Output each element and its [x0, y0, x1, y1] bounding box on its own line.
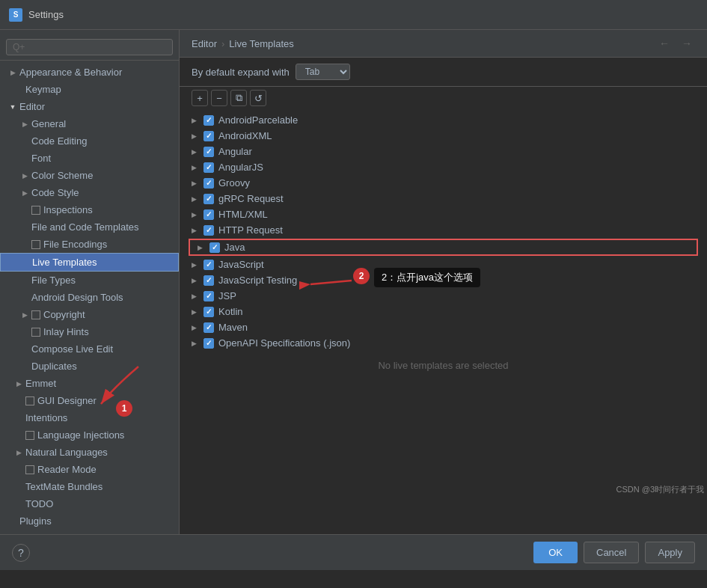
checkbox-javascripttesting[interactable]: ✓ [203, 275, 214, 286]
chevron-fileencodings [21, 241, 28, 248]
template-name-kotlin: Kotlin [218, 306, 243, 317]
chevron-languageinjections [15, 432, 22, 439]
chevron-emmet: ▶ [15, 380, 22, 388]
title-bar: S Settings [0, 0, 707, 30]
sidebar-item-label-colorscheme: Color Scheme [31, 170, 93, 181]
undo-button[interactable]: ↺ [250, 90, 266, 106]
sidebar-item-editor[interactable]: ▼Editor [0, 98, 179, 115]
template-group-java[interactable]: ▶✓Java [189, 239, 698, 256]
ok-button[interactable]: OK [533, 542, 578, 563]
template-group-groovy[interactable]: ▶✓Groovy [180, 175, 707, 191]
copy-button[interactable]: ⧉ [230, 90, 247, 106]
sidebar-item-intentions[interactable]: Intentions [0, 409, 179, 426]
template-name-groovy: Groovy [218, 177, 250, 189]
checkbox-jsp[interactable]: ✓ [203, 291, 214, 301]
search-input[interactable] [6, 39, 173, 55]
cancel-button[interactable]: Cancel [584, 542, 639, 563]
chevron-livetemplates [22, 259, 29, 266]
group-chevron-grpc: ▶ [192, 195, 199, 203]
group-chevron-maven: ▶ [192, 324, 199, 331]
sidebar-item-livetemplates[interactable]: Live Templates [0, 253, 179, 272]
sidebar-item-plugins[interactable]: Plugins [0, 512, 179, 530]
sidebar-item-languageinjections[interactable]: Language Injections [0, 426, 179, 444]
title-bar-text: Settings [28, 9, 64, 20]
sidebar-item-label-languageinjections: Language Injections [37, 429, 124, 441]
chevron-textmatebundles [15, 483, 22, 491]
checkbox-maven[interactable]: ✓ [203, 322, 214, 333]
sidebar-item-fileencodings[interactable]: File Encodings [0, 236, 179, 253]
sidebar-item-naturallanguages[interactable]: ▶Natural Languages [0, 444, 179, 461]
sidebar-item-appearance[interactable]: ▶Appearance & Behavior [0, 64, 179, 81]
status-text: No live templates are selected [378, 360, 508, 371]
checkbox-htmlxml[interactable]: ✓ [203, 209, 214, 220]
checkbox-httprequest[interactable]: ✓ [203, 225, 214, 236]
template-group-jsp[interactable]: ▶✓JSP [180, 288, 707, 304]
icon-readermode [25, 465, 34, 474]
add-button[interactable]: + [192, 90, 208, 106]
chevron-composeedit [21, 346, 28, 353]
template-group-androidparcelable[interactable]: ▶✓AndroidParcelable [180, 112, 707, 128]
back-button[interactable]: ← [656, 36, 673, 51]
csdn-watermark: CSDN @3时间行者于我 [616, 484, 704, 495]
checkbox-kotlin[interactable]: ✓ [203, 307, 214, 317]
checkbox-androidparcelable[interactable]: ✓ [203, 115, 214, 126]
sidebar-item-filetypes[interactable]: File Types [0, 272, 179, 289]
template-group-openapi[interactable]: ▶✓OpenAPI Specifications (.json) [180, 335, 707, 351]
sidebar-item-androiddesigntools[interactable]: Android Design Tools [0, 289, 179, 306]
forward-button[interactable]: → [679, 36, 695, 51]
sidebar-item-codestyle[interactable]: ▶Code Style [0, 184, 179, 201]
sidebar-item-label-codeediting: Code Editing [31, 135, 87, 147]
checkbox-angular[interactable]: ✓ [203, 147, 214, 157]
sidebar-item-general[interactable]: ▶General [0, 115, 179, 132]
sidebar-item-colorscheme[interactable]: ▶Color Scheme [0, 167, 179, 184]
group-chevron-androidxml: ▶ [192, 132, 199, 140]
checkbox-grpc[interactable]: ✓ [203, 194, 214, 204]
remove-button[interactable]: − [211, 90, 227, 106]
checkbox-angularjs[interactable]: ✓ [203, 162, 214, 173]
sidebar-item-readermode[interactable]: Reader Mode [0, 461, 179, 478]
apply-button[interactable]: Apply [645, 542, 695, 563]
sidebar-item-label-livetemplates: Live Templates [32, 257, 97, 268]
template-name-jsp: JSP [218, 290, 236, 301]
sidebar-item-inspections[interactable]: Inspections [0, 201, 179, 218]
sidebar-item-label-fileencodings: File Encodings [43, 239, 107, 250]
expand-select[interactable]: Tab Enter Space [296, 64, 350, 80]
template-name-javascript: JavaScript [218, 259, 264, 270]
sidebar-item-composeedit[interactable]: Compose Live Edit [0, 340, 179, 358]
help-button[interactable]: ? [12, 544, 30, 562]
sidebar-item-todo[interactable]: TODO [0, 495, 179, 512]
template-group-angular[interactable]: ▶✓Angular [180, 144, 707, 159]
template-name-androidparcelable: AndroidParcelable [218, 114, 298, 126]
checkbox-java[interactable]: ✓ [209, 242, 220, 253]
template-group-grpc[interactable]: ▶✓gRPC Request [180, 191, 707, 206]
group-chevron-java: ▶ [198, 244, 205, 251]
sidebar-item-font[interactable]: Font [0, 150, 179, 167]
search-box [0, 34, 179, 61]
sidebar-item-codeediting[interactable]: Code Editing [0, 132, 179, 150]
group-chevron-javascript: ▶ [192, 261, 199, 269]
icon-copyright [31, 310, 40, 319]
action-row: + − ⧉ ↺ [180, 87, 707, 109]
template-group-androidxml[interactable]: ▶✓AndroidXML [180, 128, 707, 144]
sidebar-item-fileandcodetemplates[interactable]: File and Code Templates [0, 218, 179, 236]
checkbox-groovy[interactable]: ✓ [203, 178, 214, 189]
sidebar-item-textmatebundles[interactable]: TextMate Bundles [0, 478, 179, 495]
chevron-androiddesigntools [21, 294, 28, 301]
sidebar-item-inlayhints[interactable]: Inlay Hints [0, 323, 179, 340]
template-group-angularjs[interactable]: ▶✓AngularJS [180, 159, 707, 175]
sidebar-item-copyright[interactable]: ▶Copyright [0, 306, 179, 323]
template-name-httprequest: HTTP Request [218, 224, 283, 236]
template-group-httprequest[interactable]: ▶✓HTTP Request [180, 222, 707, 238]
icon-inspections [31, 206, 40, 215]
checkbox-androidxml[interactable]: ✓ [203, 131, 214, 141]
template-name-grpc: gRPC Request [218, 193, 284, 204]
template-group-htmlxml[interactable]: ▶✓HTML/XML [180, 206, 707, 222]
templates-list: ▶✓AndroidParcelable▶✓AndroidXML▶✓Angular… [180, 109, 707, 534]
sidebar-item-keymap[interactable]: Keymap [0, 81, 179, 98]
checkbox-openapi[interactable]: ✓ [203, 338, 214, 349]
checkbox-javascript[interactable]: ✓ [203, 260, 214, 270]
template-group-maven[interactable]: ▶✓Maven [180, 319, 707, 335]
sidebar-item-label-todo: TODO [25, 498, 53, 509]
template-group-kotlin[interactable]: ▶✓Kotlin [180, 304, 707, 319]
tooltip-bubble: 2：点开java这个选项 [374, 268, 480, 287]
